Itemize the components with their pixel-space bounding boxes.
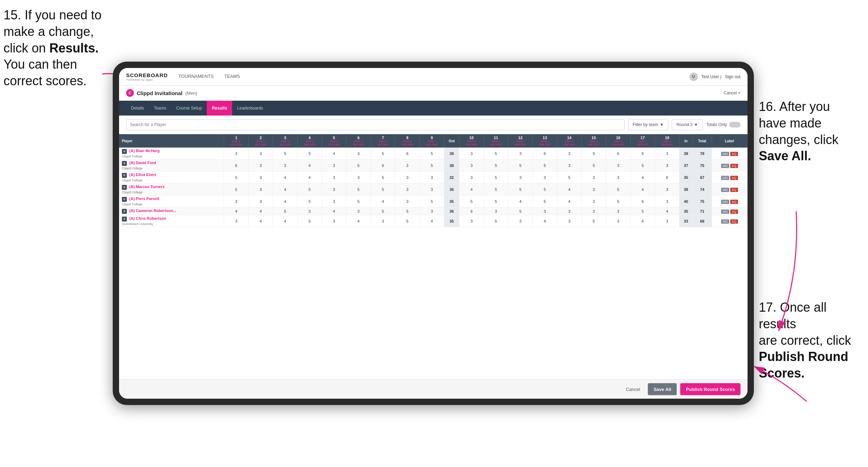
totals-only-toggle[interactable]: Totals Only (706, 122, 740, 127)
hole-score-10[interactable]: 5 (459, 195, 484, 207)
hole-score-13[interactable]: 5 (533, 195, 557, 207)
cancel-tournament-link[interactable]: Cancel × (724, 91, 740, 95)
hole-score-5[interactable]: 4 (322, 148, 346, 160)
hole-score-10[interactable]: 3 (459, 215, 484, 227)
wd-label[interactable]: WD (721, 176, 729, 180)
hole-score-6[interactable]: 5 (346, 183, 371, 195)
wd-label[interactable]: WD (721, 200, 729, 204)
hole-score-2[interactable]: 3 (248, 148, 273, 160)
hole-score-1[interactable]: 4 (224, 207, 248, 215)
hole-score-2[interactable]: 4 (248, 215, 273, 227)
hole-score-1[interactable]: 5 (224, 183, 248, 195)
hole-score-3[interactable]: 3 (273, 160, 297, 172)
hole-score-6[interactable]: 3 (346, 172, 371, 183)
wd-label[interactable]: WD (721, 219, 729, 224)
hole-score-1[interactable]: 3 (224, 195, 248, 207)
subnav-details[interactable]: Details (126, 101, 149, 116)
hole-score-12[interactable]: 5 (508, 183, 533, 195)
hole-score-14[interactable]: 3 (557, 215, 581, 227)
filter-by-team-button[interactable]: Filter by team ▼ (628, 119, 669, 130)
hole-score-5[interactable]: 3 (322, 195, 346, 207)
hole-score-4[interactable]: 4 (297, 172, 322, 183)
hole-score-8[interactable]: 5 (395, 215, 420, 227)
hole-score-8[interactable]: 6 (395, 148, 420, 160)
hole-score-2[interactable]: 3 (248, 195, 273, 207)
hole-score-5[interactable]: 3 (322, 160, 346, 172)
wd-label[interactable]: WD (721, 152, 729, 156)
hole-score-18[interactable]: 6 (655, 172, 679, 183)
hole-score-13[interactable]: 4 (533, 215, 557, 227)
dq-label[interactable]: DQ (730, 176, 738, 180)
hole-score-17[interactable]: 4 (631, 172, 655, 183)
hole-score-1[interactable]: 5 (224, 172, 248, 183)
hole-score-7[interactable]: 4 (371, 195, 395, 207)
hole-score-7[interactable]: 5 (371, 172, 395, 183)
hole-score-8[interactable]: 3 (395, 160, 420, 172)
hole-score-12[interactable]: 5 (508, 160, 533, 172)
hole-score-15[interactable]: 3 (582, 183, 606, 195)
hole-score-14[interactable]: 5 (557, 172, 581, 183)
hole-score-1[interactable]: 3 (224, 215, 248, 227)
hole-score-10[interactable]: 6 (459, 207, 484, 215)
hole-score-13[interactable]: 3 (533, 207, 557, 215)
hole-score-2[interactable]: 4 (248, 207, 273, 215)
hole-score-9[interactable]: 4 (420, 215, 444, 227)
hole-score-13[interactable]: 5 (533, 183, 557, 195)
hole-score-5[interactable]: 3 (322, 215, 346, 227)
search-input[interactable] (126, 119, 625, 130)
hole-score-5[interactable]: 4 (322, 207, 346, 215)
hole-score-15[interactable]: 5 (582, 160, 606, 172)
hole-score-18[interactable]: 3 (655, 195, 679, 207)
dq-label[interactable]: DQ (730, 188, 738, 192)
hole-score-10[interactable]: 3 (459, 172, 484, 183)
publish-round-scores-button[interactable]: Publish Round Scores (680, 383, 740, 395)
hole-score-15[interactable]: 5 (582, 215, 606, 227)
hole-score-16[interactable]: 3 (606, 172, 630, 183)
hole-score-10[interactable]: 4 (459, 183, 484, 195)
dq-label[interactable]: DQ (730, 152, 738, 156)
hole-score-12[interactable]: 3 (508, 172, 533, 183)
hole-score-16[interactable]: 3 (606, 207, 630, 215)
hole-score-7[interactable]: 5 (371, 207, 395, 215)
hole-score-5[interactable]: 3 (322, 183, 346, 195)
hole-score-12[interactable]: 4 (508, 195, 533, 207)
hole-score-13[interactable]: 6 (533, 148, 557, 160)
subnav-leaderboards[interactable]: Leaderboards (232, 101, 268, 116)
hole-score-4[interactable]: 5 (297, 195, 322, 207)
hole-score-5[interactable]: 3 (322, 172, 346, 183)
hole-score-14[interactable]: 4 (557, 183, 581, 195)
hole-score-17[interactable]: 5 (631, 160, 655, 172)
hole-score-18[interactable]: 3 (655, 160, 679, 172)
hole-score-8[interactable]: 5 (395, 207, 420, 215)
subnav-course-setup[interactable]: Course Setup (171, 101, 207, 116)
hole-score-4[interactable]: 5 (297, 148, 322, 160)
sign-out-link[interactable]: Sign out (725, 74, 740, 79)
hole-score-14[interactable]: 4 (557, 195, 581, 207)
hole-score-7[interactable]: 3 (371, 215, 395, 227)
hole-score-17[interactable]: 5 (631, 148, 655, 160)
hole-score-3[interactable]: 4 (273, 183, 297, 195)
wd-label[interactable]: WD (721, 188, 729, 192)
hole-score-11[interactable]: 5 (484, 183, 508, 195)
hole-score-12[interactable]: 5 (508, 207, 533, 215)
hole-score-3[interactable]: 5 (273, 207, 297, 215)
hole-score-8[interactable]: 3 (395, 195, 420, 207)
hole-score-16[interactable]: 3 (606, 160, 630, 172)
hole-score-1[interactable]: 3 (224, 148, 248, 160)
hole-score-9[interactable]: 3 (420, 183, 444, 195)
wd-label[interactable]: WD (721, 210, 729, 214)
hole-score-10[interactable]: 3 (459, 148, 484, 160)
hole-score-9[interactable]: 5 (420, 160, 444, 172)
subnav-teams[interactable]: Teams (149, 101, 171, 116)
hole-score-7[interactable]: 5 (371, 148, 395, 160)
hole-score-7[interactable]: 6 (371, 160, 395, 172)
hole-score-14[interactable]: 3 (557, 148, 581, 160)
scores-table-container[interactable]: Player 1 PAR 4 370 YDS 2 PAR 5 511 YDS (119, 134, 748, 379)
hole-score-11[interactable]: 5 (484, 215, 508, 227)
hole-score-18[interactable]: 3 (655, 183, 679, 195)
hole-score-11[interactable]: 5 (484, 160, 508, 172)
hole-score-11[interactable]: 5 (484, 172, 508, 183)
hole-score-2[interactable]: 3 (248, 183, 273, 195)
hole-score-16[interactable]: 5 (606, 183, 630, 195)
hole-score-15[interactable]: 3 (582, 195, 606, 207)
